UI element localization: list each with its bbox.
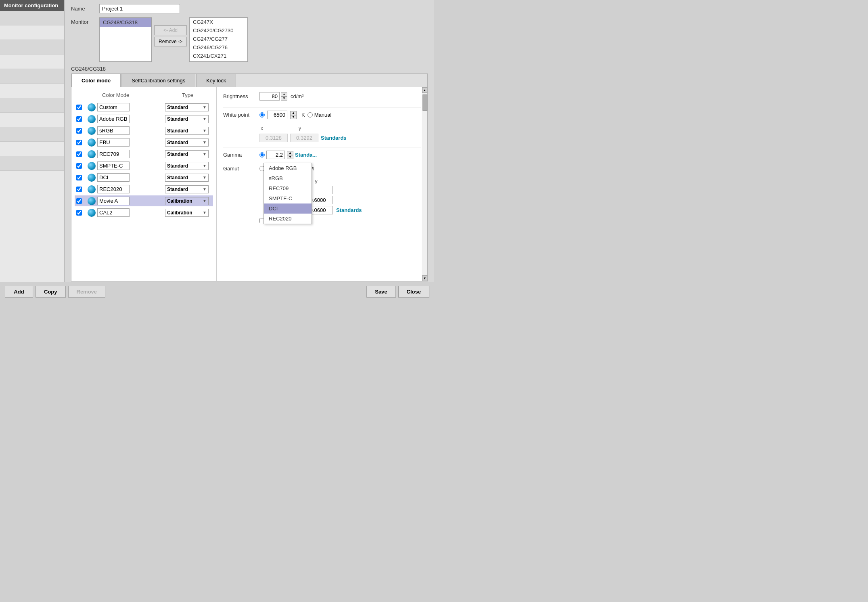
copy-button[interactable]: Copy (36, 286, 66, 298)
white-point-radio-k[interactable] (259, 112, 265, 117)
monitor-available-item-3[interactable]: CG246/CG276 (190, 43, 247, 52)
cm-type-select-dci[interactable]: Standard ▼ (165, 174, 209, 182)
gamma-up[interactable]: ▲ (287, 151, 293, 155)
monitor-selected-list[interactable]: CG248/CG318 (99, 17, 152, 62)
cm-type-select-smptec[interactable]: Standard ▼ (165, 162, 209, 170)
white-point-down[interactable]: ▼ (290, 115, 297, 119)
xy-x-label: x (259, 126, 264, 131)
cm-name-smptec[interactable] (97, 162, 130, 170)
white-point-radio-manual[interactable]: Manual (307, 112, 332, 118)
cm-checkbox-smptec[interactable] (76, 163, 82, 169)
name-input[interactable] (99, 4, 180, 13)
cm-name-custom[interactable] (97, 103, 130, 111)
monitor-available-list[interactable]: CG247X CG2420/CG2730 CG247/CG277 CG246/C… (189, 17, 248, 62)
cm-checkbox-rec2020[interactable] (76, 187, 82, 192)
sidebar-item-6[interactable] (0, 84, 64, 98)
color-mode-table: Color Mode Type Standard ▼ (71, 87, 217, 281)
gamma-input[interactable] (266, 151, 285, 159)
gamma-radio-input[interactable] (259, 152, 265, 157)
gamma-radio[interactable] (259, 152, 265, 157)
sidebar-item-3[interactable] (0, 40, 64, 55)
gamma-spinner[interactable]: ▲ ▼ (287, 151, 293, 159)
sidebar-item-2[interactable] (0, 25, 64, 40)
brightness-row: Brightness ▲ ▼ cd/m² (223, 92, 421, 101)
tab-color-mode[interactable]: Color mode (71, 74, 121, 87)
cm-name-dci[interactable] (97, 173, 130, 182)
sidebar-item-5[interactable] (0, 69, 64, 84)
remove-button[interactable]: Remove (68, 286, 106, 298)
xy-x-input[interactable] (259, 134, 288, 142)
scroll-up-arrow[interactable]: ▲ (422, 87, 428, 93)
scroll-down-arrow[interactable]: ▼ (422, 275, 428, 281)
monitor-available-item-2[interactable]: CG247/CG277 (190, 35, 247, 43)
gamma-down[interactable]: ▼ (287, 155, 293, 159)
monitor-available-item-4[interactable]: CX241/CX271 (190, 52, 247, 60)
cm-type-label-srgb: Standard (167, 128, 188, 134)
white-point-up[interactable]: ▲ (290, 111, 297, 115)
cm-checkbox-dci[interactable] (76, 175, 82, 180)
white-point-standards-link[interactable]: Standards (321, 135, 347, 141)
white-point-radio-input-k[interactable] (259, 112, 265, 117)
xy-y-input[interactable] (290, 134, 318, 142)
brightness-down[interactable]: ▼ (281, 96, 287, 101)
cm-type-select-cal2[interactable]: Calibration ▼ (165, 209, 209, 217)
cm-type-select-rec2020[interactable]: Standard ▼ (165, 185, 209, 193)
white-point-radio-input-manual[interactable] (307, 112, 313, 117)
sidebar-item-7[interactable] (0, 98, 64, 113)
sidebar-item-10[interactable] (0, 142, 64, 156)
dropdown-item-dci[interactable]: DCI (264, 203, 312, 214)
monitor-selected-item[interactable]: CG248/CG318 (100, 18, 151, 27)
cm-checkbox-rec709[interactable] (76, 151, 82, 157)
monitor-available-item-0[interactable]: CG247X (190, 18, 247, 26)
brightness-spinner[interactable]: ▲ ▼ (281, 92, 287, 101)
settings-scrollbar[interactable]: ▲ ▼ (422, 87, 427, 281)
cm-name-cal2[interactable] (97, 208, 130, 217)
white-point-spinner[interactable]: ▲ ▼ (290, 111, 297, 119)
sidebar-item-8[interactable] (0, 113, 64, 127)
gamma-standards-link[interactable]: Standa... (295, 152, 317, 158)
dropdown-item-rec2020[interactable]: REC2020 (264, 214, 312, 224)
cm-type-select-rec709[interactable]: Standard ▼ (165, 150, 209, 158)
scroll-thumb[interactable] (422, 94, 427, 111)
cm-header-check (78, 92, 90, 98)
cm-type-select-srgb[interactable]: Standard ▼ (165, 127, 209, 135)
cm-name-adobe-rgb[interactable] (97, 115, 130, 123)
sidebar-item-1[interactable] (0, 11, 64, 25)
dropdown-item-smptec[interactable]: SMPTE-C (264, 193, 312, 203)
monitor-available-item-1[interactable]: CG2420/CG2730 (190, 26, 247, 35)
remove-monitor-button[interactable]: Remove -> (154, 37, 187, 46)
dropdown-item-srgb[interactable]: sRGB (264, 173, 312, 183)
brightness-up[interactable]: ▲ (281, 92, 287, 96)
sidebar-item-9[interactable] (0, 127, 64, 142)
cm-name-srgb[interactable] (97, 126, 130, 135)
tab-keylock[interactable]: Key lock (196, 74, 236, 87)
cm-type-select-ebu[interactable]: Standard ▼ (165, 138, 209, 147)
cm-type-select-movie-a[interactable]: Calibration ▼ (165, 197, 209, 205)
cm-name-rec709[interactable] (97, 150, 130, 158)
add-monitor-button[interactable]: <- Add (154, 25, 187, 35)
dropdown-item-rec709[interactable]: REC709 (264, 183, 312, 193)
save-button[interactable]: Save (366, 286, 395, 298)
cm-type-select-adobe-rgb[interactable]: Standard ▼ (165, 115, 209, 123)
cm-checkbox-adobe-rgb[interactable] (76, 116, 82, 122)
cm-name-rec2020[interactable] (97, 185, 130, 193)
add-button[interactable]: Add (5, 286, 33, 298)
cm-checkbox-srgb[interactable] (76, 128, 82, 134)
cm-checkbox-ebu[interactable] (76, 140, 82, 145)
cm-checkbox-custom[interactable] (76, 105, 82, 110)
cm-checkbox-cal2[interactable] (76, 210, 82, 216)
cm-checkbox-movie-a[interactable] (76, 198, 82, 204)
sidebar-item-11[interactable] (0, 156, 64, 171)
sidebar-item-4[interactable] (0, 55, 64, 69)
cm-name-ebu[interactable] (97, 138, 130, 147)
close-button[interactable]: Close (398, 286, 429, 298)
cm-type-select-custom[interactable]: Standard ▼ (165, 103, 209, 111)
brightness-input[interactable] (259, 92, 280, 101)
cm-row-ebu: Standard ▼ (75, 137, 213, 148)
cm-name-movie-a[interactable] (97, 197, 130, 205)
gamut-standards-link[interactable]: Standards (336, 207, 362, 213)
white-point-input[interactable] (267, 111, 287, 119)
white-point-row: White point ▲ ▼ K (223, 111, 421, 119)
tab-selfcal[interactable]: SelfCalibration settings (121, 74, 195, 87)
dropdown-item-adobe-rgb[interactable]: Adobe RGB (264, 163, 312, 173)
